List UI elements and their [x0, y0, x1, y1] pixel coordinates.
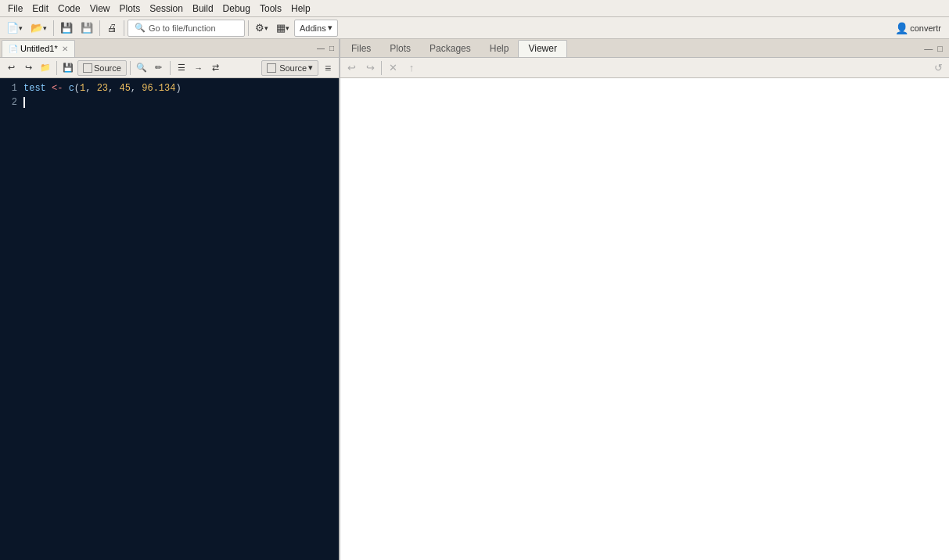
open-file-button[interactable]: 📂 ▾ — [27, 20, 50, 37]
menu-bar: File Edit Code View Plots Session Build … — [0, 0, 949, 17]
viewer-export-button[interactable]: ↑ — [404, 60, 419, 76]
rerun-icon: ⇄ — [212, 63, 219, 73]
source-checkbox-icon — [83, 63, 92, 73]
save-icon: 💾 — [60, 22, 73, 34]
tab-packages[interactable]: Packages — [420, 40, 480, 57]
viewer-maximize-icon[interactable]: □ — [936, 42, 944, 55]
menu-help[interactable]: Help — [286, 2, 315, 16]
line-number-2: 2 — [3, 95, 17, 109]
line-numbers: 1 2 — [0, 78, 23, 560]
editor-save-button[interactable]: 💾 — [60, 60, 76, 76]
compile-button[interactable]: ☰ — [174, 60, 189, 76]
code-tools-button[interactable]: ⚙ ▾ — [252, 20, 271, 37]
ed-sep-1 — [56, 61, 57, 75]
viewer-minimize-icon[interactable]: — — [922, 42, 934, 55]
code-func-c: c — [69, 83, 74, 94]
source-right-button[interactable]: Source ▾ — [261, 60, 318, 76]
run-icon: → — [194, 63, 203, 73]
new-file-icon: 📄 — [6, 22, 19, 34]
viewer-window-controls: — □ — [922, 42, 947, 55]
separator-4 — [248, 20, 249, 36]
source-right-label: Source — [279, 63, 307, 73]
viewer-back-button[interactable]: ↩ — [343, 60, 359, 76]
go-to-file-label: Go to file/function — [149, 23, 216, 33]
viewer-refresh-button[interactable]: ↺ — [930, 60, 946, 76]
menu-session[interactable]: Session — [145, 2, 188, 16]
source-arrow-icon — [267, 63, 276, 73]
compile-icon: ☰ — [178, 63, 185, 73]
editor-tab-untitled1[interactable]: 📄 Untitled1* ✕ — [2, 40, 75, 57]
undo-button[interactable]: ↩ — [3, 60, 19, 76]
source-button[interactable]: Source — [77, 60, 127, 76]
v-sep-1 — [381, 61, 382, 75]
print-icon: 🖨 — [107, 22, 117, 34]
code-tools-arrow: ▾ — [264, 24, 268, 32]
new-file-button[interactable]: 📄 ▾ — [3, 20, 26, 37]
editor-save-icon: 💾 — [63, 63, 74, 73]
editor-tab-label: Untitled1* — [20, 44, 58, 53]
hamburger-icon: ≡ — [325, 62, 331, 74]
redo-icon: ↪ — [25, 63, 32, 73]
viewer-clear-button[interactable]: ✕ — [385, 60, 401, 76]
viewer-panel: Files Plots Packages Help Viewer — □ — [340, 39, 949, 560]
view-button[interactable]: ▦ ▾ — [273, 20, 293, 37]
code-tools-ed-button[interactable]: ✏ — [151, 60, 167, 76]
code-num-1: 1 — [80, 83, 85, 94]
show-in-folder-button[interactable]: 📁 — [38, 60, 53, 76]
viewer-tab-label: Viewer — [528, 43, 556, 54]
editor-toolbar: ↩ ↪ 📁 💾 Source 🔍 — [0, 58, 339, 78]
addins-button[interactable]: Addins ▾ — [294, 20, 338, 37]
tab-file-icon: 📄 — [9, 45, 18, 53]
wand-icon: ✏ — [155, 63, 162, 73]
plots-tab-label: Plots — [390, 43, 411, 54]
cursor — [23, 97, 25, 108]
rerun-button[interactable]: ⇄ — [208, 60, 224, 76]
magnify-icon: 🔍 — [135, 23, 146, 33]
editor-panel: 📄 Untitled1* ✕ — □ ↩ ↪ 📁 — [0, 39, 340, 560]
save-all-button[interactable]: 💾 — [77, 20, 96, 37]
find-icon: 🔍 — [136, 63, 147, 73]
tab-viewer[interactable]: Viewer — [518, 40, 566, 57]
ed-sep-2 — [130, 61, 131, 75]
menu-view[interactable]: View — [85, 2, 115, 16]
redo-button[interactable]: ↪ — [20, 60, 36, 76]
menu-plots[interactable]: Plots — [115, 2, 146, 16]
main-layout: 📄 Untitled1* ✕ — □ ↩ ↪ 📁 — [0, 39, 949, 560]
folder-icon: 📁 — [40, 63, 51, 73]
code-editor-area[interactable]: 1 2 test <- c(1, 23, 45, 96.134) — [0, 78, 339, 560]
tab-plots[interactable]: Plots — [380, 40, 420, 57]
maximize-icon[interactable]: □ — [328, 42, 336, 54]
source-right-arrow: ▾ — [308, 63, 313, 73]
menu-edit[interactable]: Edit — [27, 2, 53, 16]
save-button[interactable]: 💾 — [57, 20, 76, 37]
go-to-file-button[interactable]: 🔍 Go to file/function — [128, 20, 245, 37]
menu-debug[interactable]: Debug — [218, 2, 255, 16]
find-button[interactable]: 🔍 — [134, 60, 149, 76]
editor-menu-button[interactable]: ≡ — [320, 60, 336, 76]
run-button[interactable]: → — [191, 60, 207, 76]
separator-2 — [99, 20, 100, 36]
menu-tools[interactable]: Tools — [255, 2, 286, 16]
viewer-forward-button[interactable]: ↪ — [362, 60, 378, 76]
viewer-toolbar: ↩ ↪ ✕ ↑ ↺ — [340, 58, 949, 78]
refresh-icon: ↺ — [934, 62, 943, 74]
tab-files[interactable]: Files — [342, 40, 380, 57]
menu-code[interactable]: Code — [53, 2, 85, 16]
new-file-arrow: ▾ — [19, 24, 23, 32]
code-content[interactable]: test <- c(1, 23, 45, 96.134) — [23, 78, 339, 560]
main-toolbar: 📄 ▾ 📂 ▾ 💾 💾 🖨 🔍 Go to file/function ⚙ ▾ … — [0, 17, 949, 39]
editor-tab-bar: 📄 Untitled1* ✕ — □ — [0, 39, 339, 58]
print-button[interactable]: 🖨 — [103, 20, 120, 37]
open-icon: 📂 — [31, 22, 43, 34]
menu-build[interactable]: Build — [188, 2, 218, 16]
addins-arrow: ▾ — [328, 23, 333, 33]
tab-close-icon[interactable]: ✕ — [62, 45, 68, 53]
menu-file[interactable]: File — [3, 2, 27, 16]
separator-3 — [124, 20, 124, 36]
packages-tab-label: Packages — [430, 43, 471, 54]
source-label: Source — [94, 63, 121, 73]
tab-help[interactable]: Help — [480, 40, 519, 57]
back-icon: ↩ — [347, 62, 356, 74]
minimize-icon[interactable]: — — [315, 42, 326, 54]
separator-1 — [53, 20, 54, 36]
